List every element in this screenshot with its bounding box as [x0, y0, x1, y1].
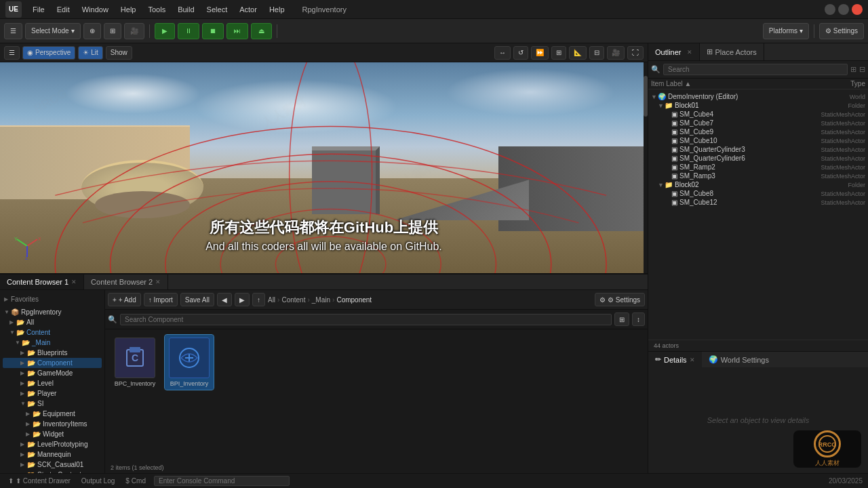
outliner-sm-ramp3[interactable]: ▣ SM_Ramp3 StaticMeshActor	[650, 171, 867, 180]
eject-button[interactable]: ⏏	[251, 23, 272, 39]
tree-gamemode[interactable]: ▶ 📂 GameMode	[3, 368, 102, 378]
maximize-viewport-btn[interactable]: ⛶	[627, 46, 644, 60]
console-input[interactable]	[154, 476, 290, 486]
camera-speed-btn[interactable]: ⏩	[531, 46, 549, 60]
menu-window[interactable]: Window	[77, 4, 114, 15]
cb-tab-2-close[interactable]: ✕	[155, 279, 161, 285]
angle-btn[interactable]: 📐	[569, 46, 587, 60]
scale-btn[interactable]: ⊟	[589, 46, 604, 60]
skip-button[interactable]: ⏭	[226, 23, 248, 39]
lit-button[interactable]: ☀ Lit	[78, 46, 103, 60]
tree-content[interactable]: ▼ 📂 Content	[3, 327, 102, 338]
details-tab-close[interactable]: ✕	[690, 357, 695, 363]
tree-mannequin[interactable]: ▶ 📂 Mannequin	[3, 449, 102, 460]
3d-viewport[interactable]: X Y Z 所有这些代码都将在GitHub上提供 And all this co…	[0, 62, 648, 273]
minimize-button[interactable]	[825, 4, 835, 15]
tree-starter[interactable]: ▶ 📂 StarterContent	[3, 470, 102, 473]
viewport-menu-button[interactable]: ☰	[4, 46, 20, 60]
sort-button[interactable]: ↕	[632, 312, 645, 326]
menu-build[interactable]: Build	[172, 4, 199, 15]
outliner-search-input[interactable]	[663, 64, 848, 75]
cmd-button[interactable]: $ Cmd	[123, 476, 149, 485]
filter-button[interactable]: ⊞	[614, 312, 629, 326]
content-browser-tab-2[interactable]: Content Browser 2 ✕	[84, 274, 168, 289]
tree-blueprints[interactable]: ▶ 📂 Blueprints	[3, 348, 102, 358]
tree-si[interactable]: ▼ 📂 SI	[3, 399, 102, 409]
breadcrumb-all[interactable]: All	[268, 296, 275, 304]
breadcrumb-main[interactable]: _Main	[312, 296, 330, 304]
menu-select[interactable]: Select	[201, 4, 233, 15]
content-drawer-button[interactable]: ⬆ ⬆ Content Drawer	[5, 476, 73, 485]
platforms-button[interactable]: Platforms ▾	[763, 23, 809, 39]
translate-icon-btn[interactable]: ↔	[494, 46, 511, 60]
outliner-sm-qcyl6[interactable]: ▣ SM_QuarterCylinder6 StaticMeshActor	[650, 154, 867, 163]
transform-button[interactable]: ⊕	[83, 23, 101, 39]
search-input[interactable]	[120, 314, 612, 325]
snap-button[interactable]: ⊞	[104, 23, 121, 39]
menu-tools[interactable]: Tools	[142, 4, 171, 15]
asset-bpc-inventory[interactable]: C BPC_Inventory	[111, 335, 159, 390]
camera-settings-btn[interactable]: 🎥	[607, 46, 625, 60]
pause-button[interactable]: ⏸	[178, 23, 199, 39]
import-button[interactable]: ↑ Import	[144, 293, 178, 306]
menu-file[interactable]: File	[27, 4, 50, 15]
outliner-sm-qcyl3[interactable]: ▣ SM_QuarterCylinder3 StaticMeshActor	[650, 145, 867, 154]
asset-bpi-inventory[interactable]: BPI_Inventory	[165, 335, 214, 390]
tree-component[interactable]: ▶ 📂 Component	[3, 358, 102, 368]
outliner-sm-ramp2[interactable]: ▣ SM_Ramp2 StaticMeshActor	[650, 163, 867, 171]
outliner-sm-cube9[interactable]: ▣ SM_Cube9 StaticMeshActor	[650, 127, 867, 136]
show-button[interactable]: Show	[106, 46, 132, 60]
output-log-button[interactable]: Output Log	[79, 476, 117, 485]
outliner-sm-cube8[interactable]: ▣ SM_Cube8 StaticMeshActor	[650, 189, 867, 198]
tree-levelprototyping[interactable]: ▶ 📂 LevelPrototyping	[3, 439, 102, 449]
favorites-section[interactable]: ▶ Favorites	[3, 293, 102, 304]
history-up-button[interactable]: ↑	[252, 293, 265, 306]
outliner-sm-cube10[interactable]: ▣ SM_Cube10 StaticMeshActor	[650, 136, 867, 145]
outliner-filter-icon[interactable]: ⊟	[859, 65, 865, 74]
history-forward-button[interactable]: ▶	[235, 293, 250, 306]
breadcrumb-component[interactable]: Component	[336, 296, 372, 304]
close-button[interactable]	[852, 4, 863, 15]
camera-button[interactable]: 🎥	[124, 23, 144, 39]
tree-inventory-items[interactable]: ▶ 📂 InventoryItems	[3, 419, 102, 429]
tree-player[interactable]: ▶ 📂 Player	[3, 388, 102, 399]
save-all-button[interactable]: Save All	[180, 293, 214, 306]
perspective-button[interactable]: ◉ Perspective	[22, 46, 75, 60]
content-browser-tab-1[interactable]: Content Browser 1 ✕	[0, 274, 84, 289]
outliner-tab[interactable]: Outliner ✕	[648, 43, 700, 60]
menu-help2[interactable]: Help	[264, 4, 290, 15]
settings-button[interactable]: ⚙ Settings	[819, 23, 864, 39]
outliner-world[interactable]: ▼ 🌍 DemoInventory (Editor) World	[650, 92, 867, 101]
cb-tab-1-close[interactable]: ✕	[71, 279, 77, 285]
details-tab[interactable]: ✏ Details ✕	[648, 352, 702, 367]
select-mode-button[interactable]: Select Mode ▾	[25, 23, 81, 39]
grid-btn[interactable]: ⊞	[551, 46, 566, 60]
world-settings-tab[interactable]: 🌍 World Settings	[702, 352, 776, 367]
history-back-button[interactable]: ◀	[217, 293, 232, 306]
hamburger-button[interactable]: ☰	[4, 23, 22, 39]
cb-settings-button[interactable]: ⚙ ⚙ Settings	[595, 293, 645, 306]
add-button[interactable]: + + Add	[108, 293, 141, 306]
viewport-scrollbar[interactable]	[644, 62, 648, 273]
outliner-sm-cube4[interactable]: ▣ SM_Cube4 StaticMeshActor	[650, 110, 867, 119]
tree-equipment[interactable]: ▶ 📂 Equipment	[3, 409, 102, 419]
breadcrumb-content[interactable]: Content	[281, 296, 305, 304]
stop-button[interactable]: ⏹	[202, 23, 224, 39]
tree-main[interactable]: ▼ 📂 _Main	[3, 338, 102, 348]
place-actors-tab[interactable]: ⊞ Place Actors	[700, 43, 764, 60]
menu-help[interactable]: Help	[115, 4, 142, 15]
tree-root[interactable]: ▼ 📦 RpgInventory	[3, 307, 102, 317]
tree-sck[interactable]: ▶ 📂 SCK_Casual01	[3, 460, 102, 470]
tree-level[interactable]: ▶ 📂 Level	[3, 378, 102, 388]
tree-widget[interactable]: ▶ 📂 Widget	[3, 429, 102, 439]
menu-edit[interactable]: Edit	[52, 4, 75, 15]
play-button[interactable]: ▶	[155, 23, 175, 39]
outliner-block01[interactable]: ▼ 📁 Block01 Folder	[650, 101, 867, 110]
outliner-sm-cube12[interactable]: ▣ SM_Cube12 StaticMeshActor	[650, 198, 867, 207]
outliner-block02[interactable]: ▼ 📁 Block02 Folder	[650, 180, 867, 189]
outliner-sm-cube7[interactable]: ▣ SM_Cube7 StaticMeshActor	[650, 119, 867, 127]
menu-actor[interactable]: Actor	[234, 4, 262, 15]
tree-all[interactable]: ▶ 📂 All	[3, 317, 102, 327]
maximize-button[interactable]	[838, 4, 849, 15]
outliner-tab-close[interactable]: ✕	[687, 49, 692, 56]
